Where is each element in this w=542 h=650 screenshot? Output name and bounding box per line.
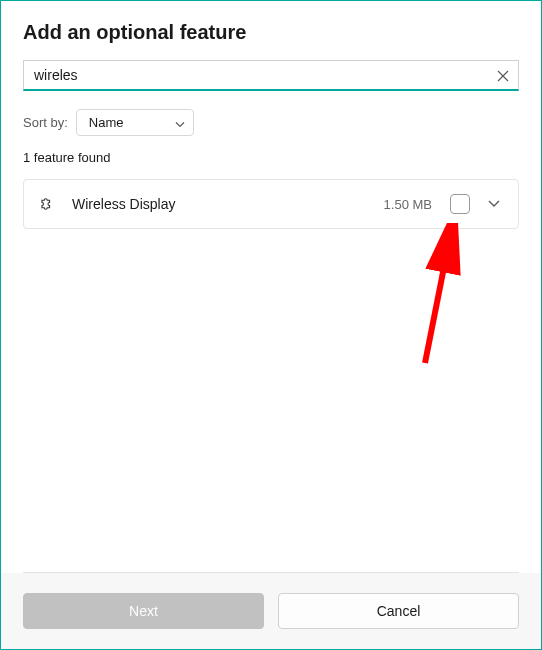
feature-item[interactable]: Wireless Display 1.50 MB	[24, 180, 518, 228]
feature-list: Wireless Display 1.50 MB	[23, 179, 519, 229]
chevron-down-icon	[488, 200, 500, 208]
puzzle-icon	[38, 194, 58, 214]
expand-button[interactable]	[484, 194, 504, 214]
cancel-button[interactable]: Cancel	[278, 593, 519, 629]
dialog-footer: Next Cancel	[1, 573, 541, 649]
next-button[interactable]: Next	[23, 593, 264, 629]
dialog-title: Add an optional feature	[23, 21, 519, 44]
chevron-down-icon	[175, 115, 185, 130]
sort-label: Sort by:	[23, 115, 68, 130]
feature-checkbox[interactable]	[450, 194, 470, 214]
dialog-content: Add an optional feature Sort by: Name 1 …	[1, 1, 541, 572]
search-wrap	[23, 60, 519, 91]
search-input[interactable]	[23, 60, 519, 91]
feature-name: Wireless Display	[72, 196, 370, 212]
sort-selected-value: Name	[89, 115, 124, 130]
results-count: 1 feature found	[23, 150, 519, 165]
add-feature-dialog: Add an optional feature Sort by: Name 1 …	[1, 1, 541, 649]
close-icon	[497, 70, 509, 82]
feature-size: 1.50 MB	[384, 197, 432, 212]
sort-row: Sort by: Name	[23, 109, 519, 136]
sort-select[interactable]: Name	[76, 109, 194, 136]
clear-search-button[interactable]	[495, 68, 511, 84]
